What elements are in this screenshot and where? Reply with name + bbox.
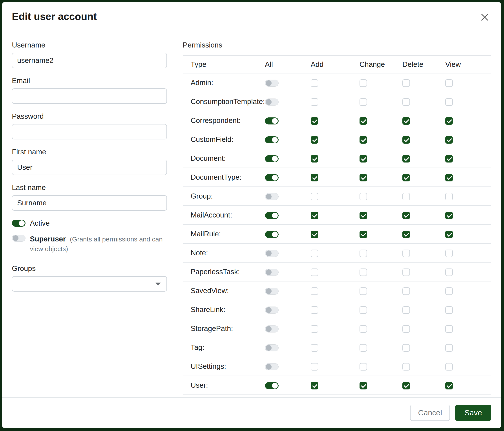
permission-delete-checkbox[interactable] [402,306,410,314]
active-toggle[interactable] [12,220,26,227]
permission-change-checkbox[interactable] [360,79,367,87]
permission-add-checkbox[interactable] [311,250,318,257]
permission-view-checkbox[interactable] [445,136,453,144]
permission-delete-checkbox[interactable] [402,250,410,257]
permission-view-checkbox[interactable] [445,306,453,314]
permission-change-checkbox[interactable] [360,136,367,144]
permission-delete-checkbox[interactable] [402,174,410,181]
permission-delete-checkbox[interactable] [402,363,410,370]
permission-all-toggle[interactable] [265,250,279,257]
permission-add-checkbox[interactable] [311,117,318,125]
permission-delete-checkbox[interactable] [402,287,410,295]
permission-change-checkbox[interactable] [360,382,367,389]
permission-add-checkbox[interactable] [311,306,318,314]
permission-change-checkbox[interactable] [360,174,367,181]
permission-cell-view [445,319,491,338]
permission-change-checkbox[interactable] [360,344,367,352]
permission-view-checkbox[interactable] [445,231,453,238]
permission-view-checkbox[interactable] [445,287,453,295]
permission-cell-add [311,281,360,300]
permission-view-checkbox[interactable] [445,155,453,162]
permission-view-checkbox[interactable] [445,363,453,370]
permission-delete-checkbox[interactable] [402,269,410,276]
first-name-input[interactable] [12,160,167,175]
permission-delete-checkbox[interactable] [402,155,410,162]
permission-add-checkbox[interactable] [311,269,318,276]
permission-all-toggle[interactable] [265,382,279,389]
permission-change-checkbox[interactable] [360,231,367,238]
permission-type-label: Group: [183,187,265,206]
permission-view-checkbox[interactable] [445,117,453,125]
username-input[interactable] [12,53,167,68]
permission-all-toggle[interactable] [265,212,279,219]
permission-change-checkbox[interactable] [360,98,367,106]
permission-all-toggle[interactable] [265,231,279,238]
email-input[interactable] [12,88,167,104]
permission-change-checkbox[interactable] [360,287,367,295]
permission-delete-checkbox[interactable] [402,325,410,333]
permission-view-checkbox[interactable] [445,382,453,389]
password-input[interactable] [12,124,167,139]
permission-change-checkbox[interactable] [360,269,367,276]
permission-change-checkbox[interactable] [360,117,367,125]
permission-all-toggle[interactable] [265,117,279,125]
permission-delete-checkbox[interactable] [402,193,410,200]
permission-view-checkbox[interactable] [445,174,453,181]
permission-add-checkbox[interactable] [311,98,318,106]
close-button[interactable] [478,11,491,23]
permission-delete-checkbox[interactable] [402,79,410,87]
permission-change-checkbox[interactable] [360,306,367,314]
permission-add-checkbox[interactable] [311,212,318,219]
permission-view-checkbox[interactable] [445,269,453,276]
permission-change-checkbox[interactable] [360,250,367,257]
permission-add-checkbox[interactable] [311,287,318,295]
permission-add-checkbox[interactable] [311,155,318,162]
permission-view-checkbox[interactable] [445,79,453,87]
permission-delete-checkbox[interactable] [402,136,410,144]
permission-all-toggle[interactable] [265,269,279,276]
last-name-input[interactable] [12,195,167,211]
permission-add-checkbox[interactable] [311,325,318,333]
permission-all-toggle[interactable] [265,155,279,162]
permission-all-toggle[interactable] [265,174,279,181]
cancel-button[interactable]: Cancel [410,405,450,421]
permission-view-checkbox[interactable] [445,98,453,106]
permission-view-checkbox[interactable] [445,212,453,219]
column-header-delete: Delete [402,56,445,73]
permission-add-checkbox[interactable] [311,79,318,87]
permission-delete-checkbox[interactable] [402,117,410,125]
permission-view-checkbox[interactable] [445,193,453,200]
permission-add-checkbox[interactable] [311,382,318,389]
permission-all-toggle[interactable] [265,344,279,351]
permission-change-checkbox[interactable] [360,193,367,200]
permission-add-checkbox[interactable] [311,193,318,200]
permission-delete-checkbox[interactable] [402,231,410,238]
superuser-toggle[interactable] [12,235,26,242]
permission-add-checkbox[interactable] [311,174,318,181]
permission-delete-checkbox[interactable] [402,382,410,389]
permission-all-toggle[interactable] [265,306,279,314]
permission-delete-checkbox[interactable] [402,98,410,106]
permission-change-checkbox[interactable] [360,212,367,219]
save-button[interactable]: Save [455,405,491,421]
permission-add-checkbox[interactable] [311,344,318,352]
permission-add-checkbox[interactable] [311,363,318,370]
permission-change-checkbox[interactable] [360,325,367,333]
permission-view-checkbox[interactable] [445,250,453,257]
permission-change-checkbox[interactable] [360,363,367,370]
permission-delete-checkbox[interactable] [402,212,410,219]
groups-select[interactable] [12,276,167,292]
permission-all-toggle[interactable] [265,363,279,370]
permission-view-checkbox[interactable] [445,325,453,333]
permission-all-toggle[interactable] [265,136,279,143]
permission-all-toggle[interactable] [265,193,279,200]
permission-all-toggle[interactable] [265,80,279,87]
permission-all-toggle[interactable] [265,325,279,332]
permission-view-checkbox[interactable] [445,344,453,352]
permission-add-checkbox[interactable] [311,231,318,238]
permission-add-checkbox[interactable] [311,136,318,144]
permission-change-checkbox[interactable] [360,155,367,162]
permission-delete-checkbox[interactable] [402,344,410,352]
permission-all-toggle[interactable] [265,99,279,106]
permission-all-toggle[interactable] [265,288,279,295]
